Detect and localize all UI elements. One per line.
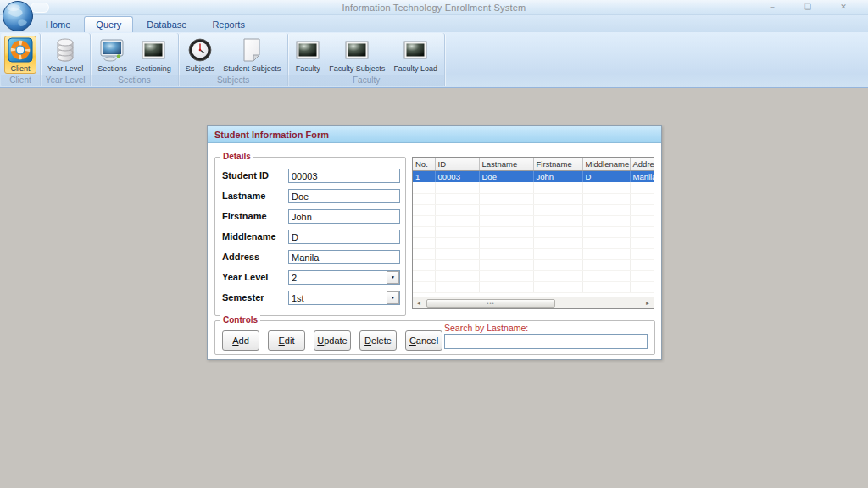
year-level-value[interactable] (288, 270, 400, 285)
grid-empty-cell (435, 270, 479, 281)
application-globe-orb-icon[interactable] (2, 0, 34, 32)
grid-empty-cell (630, 226, 654, 237)
lastname-label: Lastname (222, 191, 265, 201)
grid-column-header[interactable]: ID (435, 158, 479, 170)
grid-column-header[interactable]: Address (630, 158, 654, 170)
grid-empty-row (413, 237, 654, 248)
clock-icon (187, 37, 213, 63)
scrollbar-thumb[interactable]: ••• (426, 299, 555, 308)
grid-cell[interactable]: Doe (479, 170, 533, 182)
field-row: Firstname (215, 209, 405, 225)
ribbon-group-caption: Faculty (288, 75, 444, 86)
tab-home[interactable]: Home (34, 16, 82, 32)
restore-button[interactable]: ❏ (798, 2, 817, 13)
grid-cell[interactable]: D (582, 170, 630, 182)
close-button[interactable]: ✕ (834, 2, 853, 13)
subjects-button[interactable]: Subjects (182, 36, 219, 74)
grid-empty-cell (413, 248, 435, 259)
edit-button[interactable]: Edit (268, 330, 305, 351)
scroll-right-arrow-icon[interactable]: ► (642, 297, 654, 309)
grid-cell[interactable]: 1 (413, 170, 435, 182)
client-button[interactable]: Client (4, 36, 36, 74)
grid-empty-cell (533, 226, 582, 237)
student-subjects-button[interactable]: Student Subjects (220, 36, 284, 74)
grid-empty-row (413, 248, 654, 259)
ribbon-group-sections: Sections Sectioning Sections (91, 33, 179, 86)
students-datagrid[interactable]: No. ID Lastname Firstname Middlename Add… (412, 157, 654, 309)
ribbon-button-label: Sectioning (136, 64, 171, 73)
grid-empty-cell (533, 281, 582, 292)
grid-empty-cell (479, 259, 533, 270)
life-ring-icon (8, 37, 33, 63)
form-body: Details Student ID Lastname Firstname Mi… (208, 143, 661, 359)
grid-empty-cell (479, 215, 533, 226)
chevron-down-icon[interactable]: ▼ (387, 291, 399, 304)
photo-icon (403, 37, 428, 63)
form-titlebar[interactable]: Student Information Form (208, 126, 661, 143)
tab-query[interactable]: Query (84, 16, 133, 32)
grid-header-row: No. ID Lastname Firstname Middlename Add… (413, 158, 654, 170)
firstname-field[interactable] (288, 209, 400, 224)
ribbon-button-label: Student Subjects (223, 64, 281, 73)
grid-empty-row (413, 281, 654, 292)
grid-empty-cell (435, 281, 479, 292)
grid-empty-cell (582, 193, 630, 204)
controls-groupbox-caption: Controls (220, 315, 260, 325)
delete-button[interactable]: Delete (359, 330, 397, 351)
grid-empty-cell (630, 193, 654, 204)
grid-empty-cell (582, 248, 630, 259)
grid-column-header[interactable]: Firstname (533, 158, 582, 170)
grid-column-header[interactable]: Lastname (479, 158, 533, 170)
faculty-subjects-button[interactable]: Faculty Subjects (326, 36, 388, 74)
field-row: Year Level ▼ (215, 270, 405, 286)
chevron-down-icon[interactable]: ▼ (387, 271, 399, 284)
grid-cell[interactable]: Manila (630, 170, 654, 182)
grid-empty-cell (413, 182, 435, 193)
scroll-left-arrow-icon[interactable]: ◄ (413, 297, 425, 309)
tab-database[interactable]: Database (135, 16, 198, 32)
semester-combobox[interactable]: ▼ (288, 291, 400, 305)
grid-empty-cell (413, 237, 435, 248)
window-titlebar[interactable]: Information Technology Enrollment System… (0, 0, 868, 15)
minimize-button[interactable]: – (763, 2, 782, 13)
grid-empty-cell (413, 270, 435, 281)
ribbon-group-caption: Client (1, 75, 40, 86)
grid-empty-cell (582, 215, 630, 226)
details-groupbox: Details Student ID Lastname Firstname Mi… (214, 157, 406, 316)
grid-column-header[interactable]: Middlename (582, 158, 630, 170)
grid-empty-cell (630, 270, 654, 281)
ribbon-button-label: Subjects (186, 64, 215, 73)
ribbon-button-label: Client (10, 64, 30, 73)
add-button[interactable]: Add (222, 330, 259, 351)
update-button[interactable]: Update (314, 330, 351, 351)
faculty-button[interactable]: Faculty (292, 36, 324, 74)
faculty-load-button[interactable]: Faculty Load (390, 36, 441, 74)
student-id-field[interactable] (288, 169, 400, 183)
year-level-button[interactable]: Year Level (44, 36, 86, 74)
photo-icon (344, 37, 370, 63)
cancel-button[interactable]: Cancel (405, 330, 442, 351)
sectioning-button[interactable]: Sectioning (132, 36, 175, 74)
monitor-icon (99, 37, 125, 63)
grid-row-selected[interactable]: 1 00003 Doe John D Manila (413, 170, 654, 182)
field-row: Semester ▼ (215, 291, 405, 306)
grid-empty-cell (435, 215, 479, 226)
grid-cell[interactable]: John (533, 170, 582, 182)
search-by-lastname-input[interactable] (444, 334, 648, 349)
grid-cell[interactable]: 00003 (435, 170, 479, 182)
grid-column-header[interactable]: No. (413, 158, 435, 170)
tab-reports[interactable]: Reports (200, 16, 257, 32)
ribbon-tab-strip: Home Query Database Reports (0, 15, 868, 32)
address-field[interactable] (288, 250, 400, 264)
semester-value[interactable] (288, 291, 400, 305)
middlename-field[interactable] (288, 230, 400, 244)
ribbon-group-client: Client Client (1, 33, 41, 86)
sections-button[interactable]: Sections (94, 36, 131, 74)
ribbon-button-label: Sections (97, 64, 127, 73)
address-label: Address (222, 252, 259, 262)
grid-empty-row (413, 182, 654, 193)
grid-empty-cell (582, 281, 630, 292)
lastname-field[interactable] (288, 189, 400, 203)
grid-horizontal-scrollbar[interactable]: ◄ ••• ► (413, 297, 654, 308)
year-level-combobox[interactable]: ▼ (288, 270, 400, 285)
